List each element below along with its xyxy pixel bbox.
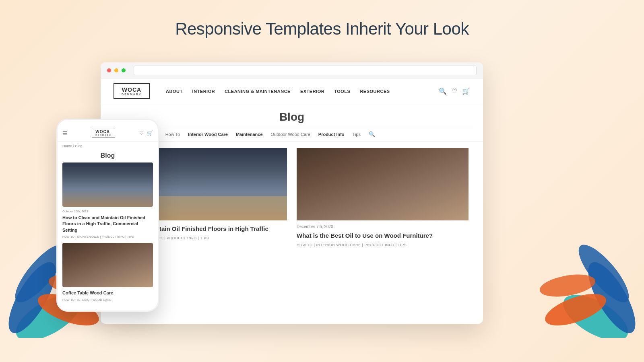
mobile-logo-name: WOCA [95,130,110,134]
mobile-post-2-tags: HOW TO | INTERIOR WOOD CARE [62,298,153,301]
svg-point-6 [580,256,636,338]
nav-about[interactable]: ABOUT [166,89,183,94]
tab-how-to[interactable]: How To [165,132,180,137]
mobile-post-2: Coffee Table Wood Care HOW TO | INTERIOR… [58,243,158,306]
mobile-mockup: ☰ WOCA DENMARK ♡ 🛒 Home / Blog Blog Octo… [56,119,159,312]
browser-addressbar [134,66,477,75]
site-header-icons: 🔍 ♡ 🛒 [439,87,470,95]
site-nav: ABOUT INTERIOR CLEANING & MAINTENANCE EX… [166,89,439,94]
browser-toolbar [101,62,483,78]
site-logo: WOCA DENMARK [114,83,150,99]
mobile-wishlist-icon[interactable]: ♡ [139,130,144,136]
category-search-icon[interactable]: 🔍 [369,131,375,137]
site-header: WOCA DENMARK ABOUT INTERIOR CLEANING & M… [101,78,483,104]
post-2-date: December 7th, 2020 [297,224,469,229]
wishlist-icon[interactable]: ♡ [452,87,457,95]
blog-page-title: Blog [101,104,483,127]
search-icon[interactable]: 🔍 [439,87,447,95]
mobile-menu-icon[interactable]: ☰ [62,130,68,136]
post-2-title[interactable]: What is the Best Oil to Use on Wood Furn… [297,231,469,240]
nav-cleaning[interactable]: CLEANING & MAINTENANCE [225,89,291,94]
svg-point-5 [556,286,635,338]
mobile-logo-sub: DENMARK [95,134,111,136]
mobile-cart-icon[interactable]: 🛒 [147,130,153,136]
cart-icon[interactable]: 🛒 [462,87,470,95]
mobile-header-icons: ♡ 🛒 [139,130,153,136]
svg-point-9 [538,271,597,300]
blog-post-2: December 7th, 2020 What is the Best Oil … [292,148,473,247]
mobile-blog-title: Blog [58,150,158,162]
site-logo-name: WOCA [122,86,141,93]
tab-outdoor-wood-care[interactable]: Outdoor Wood Care [271,132,310,137]
mobile-post-1-tags: HOW TO | MAINTENANCE | PRODUCT INFO | TI… [62,235,153,238]
tab-maintenance[interactable]: Maintenance [236,132,263,137]
svg-point-7 [571,238,636,309]
nav-tools[interactable]: TOOLS [334,89,350,94]
site-logo-sub: DENMARK [119,93,144,96]
decorative-leaves-right [531,193,636,338]
post-2-tags: HOW TO | INTERIOR WOOD CARE | PRODUCT IN… [297,243,469,247]
browser-dot-red [107,68,111,72]
mobile-breadcrumb: Home / Blog [58,142,158,150]
page-title: Responsive Templates Inherit Your Look [0,0,644,39]
mobile-post-1-date: October 26th, 2021 [62,210,153,213]
mobile-notch [96,120,120,126]
mobile-post-image-2 [62,243,153,287]
nav-exterior[interactable]: EXTERIOR [300,89,324,94]
browser-dot-green [122,68,126,72]
tab-interior-wood-care[interactable]: Interior Wood Care [188,132,228,137]
tab-product-info[interactable]: Product Info [318,132,345,137]
nav-interior[interactable]: INTERIOR [192,89,215,94]
mobile-post-2-title[interactable]: Coffee Table Wood Care [62,290,153,296]
svg-point-8 [541,287,610,332]
mobile-post-1-title[interactable]: How to Clean and Maintain Oil Finished F… [62,215,153,233]
post-image-coffee [297,148,469,220]
nav-resources[interactable]: RESOURCES [360,89,390,94]
mobile-post-image-1 [62,162,153,207]
mobile-post-1: October 26th, 2021 How to Clean and Main… [58,162,158,243]
tab-tips[interactable]: Tips [353,132,361,137]
browser-dot-yellow [114,68,118,72]
mobile-logo: WOCA DENMARK [92,128,115,138]
